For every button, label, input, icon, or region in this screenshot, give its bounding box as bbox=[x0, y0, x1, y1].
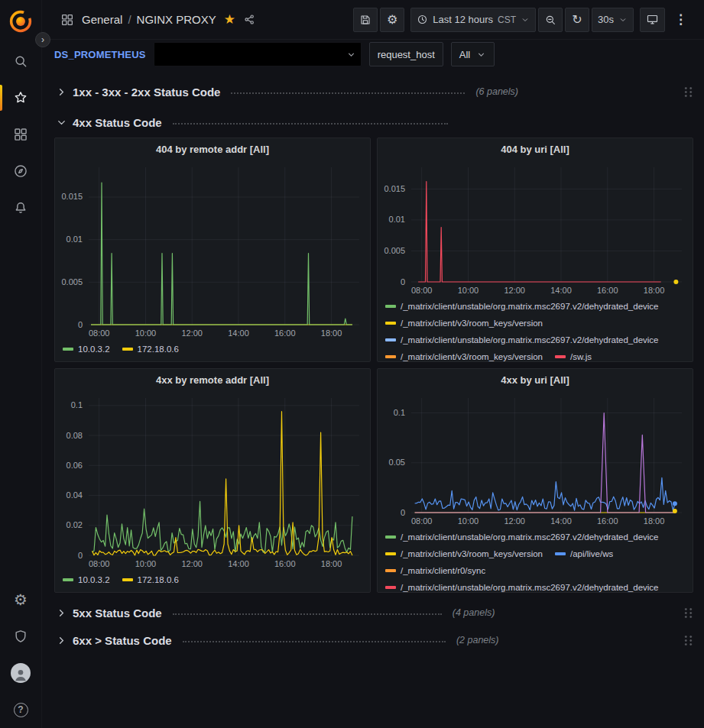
svg-text:0.015: 0.015 bbox=[384, 184, 405, 193]
dashboard-submenu: DS_PROMETHEUS request_host All bbox=[42, 40, 704, 69]
refresh-interval-label: 30s bbox=[598, 14, 614, 25]
zoom-out-time-button[interactable] bbox=[538, 8, 563, 32]
sidebar-item-explore[interactable] bbox=[0, 153, 42, 189]
share-icon[interactable] bbox=[243, 13, 256, 26]
sidebar: ⚙ ? bbox=[0, 0, 42, 728]
kebab-menu-button[interactable]: ⋮ bbox=[668, 8, 693, 32]
svg-text:18:00: 18:00 bbox=[644, 516, 665, 526]
legend-item[interactable]: 172.18.0.6 bbox=[122, 572, 179, 587]
sidebar-item-search[interactable] bbox=[0, 43, 42, 79]
svg-text:0.1: 0.1 bbox=[71, 400, 83, 409]
panel-legend: 10.0.3.2172.18.0.6 bbox=[55, 340, 370, 361]
row-header-1xx-3xx-2xx[interactable]: 1xx - 3xx - 2xx Status Code (6 panels) bbox=[54, 81, 693, 102]
chevron-down-icon bbox=[521, 15, 530, 24]
row-header-4xx[interactable]: 4xx Status Code bbox=[54, 112, 693, 133]
time-series-chart[interactable]: 08:0010:0012:0014:0016:0018:0000.050.1 bbox=[378, 390, 693, 528]
row-dotted-leader bbox=[173, 613, 442, 615]
time-series-chart[interactable]: 08:0010:0012:0014:0016:0018:0000.020.040… bbox=[55, 390, 370, 571]
row-panel-count: (2 panels) bbox=[456, 635, 499, 645]
dashboard-canvas: 1xx - 3xx - 2xx Status Code (6 panels) 4… bbox=[42, 69, 704, 651]
row-drag-handle[interactable] bbox=[683, 86, 693, 98]
refresh-interval-dropdown[interactable]: 30s bbox=[592, 8, 634, 32]
sidebar-nav-bottom: ⚙ ? bbox=[0, 581, 42, 728]
sidebar-item-starred[interactable] bbox=[0, 79, 42, 116]
refresh-button[interactable]: ↻ bbox=[565, 8, 589, 32]
panel-title[interactable]: 404 by uri [All] bbox=[378, 138, 693, 160]
legend-item[interactable]: /api/live/ws bbox=[555, 546, 613, 561]
legend-swatch-icon bbox=[555, 552, 566, 555]
dashboard-settings-button[interactable]: ⚙ bbox=[380, 8, 404, 32]
legend-item[interactable]: 172.18.0.6 bbox=[122, 341, 179, 357]
legend-item[interactable]: /_matrix/client/v3/room_keys/version bbox=[385, 546, 543, 561]
legend-item[interactable]: /sw.js bbox=[555, 349, 592, 361]
legend-item[interactable]: /_matrix/client/unstable/org.matrix.msc2… bbox=[385, 529, 659, 545]
favorite-star-icon[interactable]: ★ bbox=[224, 13, 235, 26]
svg-text:18:00: 18:00 bbox=[321, 328, 342, 338]
svg-text:10:00: 10:00 bbox=[458, 516, 479, 526]
panel-404-by-uri: 404 by uri [All] 08:0010:0012:0014:0016:… bbox=[377, 138, 693, 362]
legend-label: /_matrix/client/v3/room_keys/version bbox=[401, 349, 543, 361]
time-series-chart[interactable]: 08:0010:0012:0014:0016:0018:0000.0050.01… bbox=[55, 160, 370, 340]
user-avatar bbox=[11, 663, 31, 683]
legend-swatch-icon bbox=[385, 552, 396, 555]
row-header-6xx[interactable]: 6xx > Status Code (2 panels) bbox=[54, 629, 693, 651]
chevron-right-icon bbox=[54, 607, 68, 619]
row-header-5xx[interactable]: 5xx Status Code (4 panels) bbox=[54, 602, 693, 623]
legend-swatch-icon bbox=[385, 535, 396, 539]
row-dotted-leader bbox=[173, 123, 448, 125]
svg-text:14:00: 14:00 bbox=[550, 286, 572, 295]
svg-text:12:00: 12:00 bbox=[181, 328, 203, 338]
datasource-variable-label[interactable]: DS_PROMETHEUS bbox=[54, 49, 146, 60]
panel-title[interactable]: 404 by remote addr [All] bbox=[55, 138, 370, 160]
breadcrumb-separator: / bbox=[128, 13, 131, 26]
sidebar-item-alerting[interactable] bbox=[0, 189, 42, 226]
legend-swatch-icon bbox=[385, 322, 396, 325]
row-drag-handle[interactable] bbox=[683, 607, 693, 619]
sidebar-item-profile[interactable] bbox=[0, 655, 42, 691]
legend-item[interactable]: 10.0.3.2 bbox=[63, 341, 110, 357]
sidebar-item-configuration[interactable]: ⚙ bbox=[0, 581, 42, 618]
sidebar-nav-top bbox=[0, 43, 42, 226]
sidebar-item-server-admin[interactable] bbox=[0, 618, 42, 655]
svg-text:08:00: 08:00 bbox=[411, 516, 433, 526]
svg-text:0: 0 bbox=[78, 551, 83, 560]
variable-value-dropdown[interactable]: All bbox=[451, 42, 495, 66]
save-dashboard-button[interactable] bbox=[353, 8, 378, 32]
legend-label: 172.18.0.6 bbox=[138, 341, 179, 357]
time-series-chart[interactable]: 08:0010:0012:0014:0016:0018:0000.0050.01… bbox=[378, 160, 693, 297]
sidebar-item-help[interactable]: ? bbox=[0, 691, 42, 728]
legend-item[interactable]: /_matrix/client/v3/room_keys/version bbox=[385, 315, 543, 331]
legend-item[interactable]: /_matrix/client/v3/room_keys/version bbox=[385, 349, 543, 361]
shield-icon bbox=[13, 629, 28, 644]
panel-title[interactable]: 4xx by remote addr [All] bbox=[55, 369, 370, 390]
legend-label: /_matrix/client/v3/room_keys/version bbox=[401, 315, 543, 331]
breadcrumb-dashboard-title[interactable]: NGINX PROXY bbox=[137, 13, 216, 26]
sidebar-expand-toggle[interactable]: › bbox=[35, 32, 50, 47]
chevron-right-icon bbox=[54, 635, 68, 646]
datasource-select[interactable] bbox=[154, 42, 362, 66]
svg-text:12:00: 12:00 bbox=[504, 516, 525, 526]
time-range-picker[interactable]: Last 12 hours CST bbox=[410, 8, 536, 32]
legend-item[interactable]: /_matrix/client/r0/sync bbox=[385, 563, 485, 578]
legend-item[interactable]: /_matrix/client/unstable/org.matrix.msc2… bbox=[385, 299, 659, 314]
svg-text:18:00: 18:00 bbox=[644, 286, 665, 295]
panel-legend: /_matrix/client/unstable/org.matrix.msc2… bbox=[378, 528, 693, 592]
dashboard-toolbar: ⚙ Last 12 hours CST ↻ 30 bbox=[347, 8, 693, 32]
monitor-icon bbox=[646, 13, 659, 26]
svg-text:0.005: 0.005 bbox=[384, 246, 405, 255]
chevron-down-icon bbox=[346, 50, 356, 60]
legend-item[interactable]: /_matrix/client/unstable/org.matrix.msc2… bbox=[385, 580, 659, 592]
row-drag-handle[interactable] bbox=[683, 635, 693, 646]
panel-title[interactable]: 4xx by uri [All] bbox=[378, 369, 693, 390]
refresh-icon: ↻ bbox=[572, 14, 582, 26]
sidebar-item-dashboards[interactable] bbox=[0, 116, 42, 153]
svg-text:14:00: 14:00 bbox=[228, 559, 249, 568]
svg-text:10:00: 10:00 bbox=[135, 328, 157, 338]
cycle-view-mode-button[interactable] bbox=[640, 8, 665, 32]
svg-text:16:00: 16:00 bbox=[597, 516, 618, 526]
breadcrumb-folder[interactable]: General bbox=[82, 13, 122, 26]
legend-item[interactable]: 10.0.3.2 bbox=[63, 572, 110, 587]
svg-text:08:00: 08:00 bbox=[411, 286, 433, 295]
variable-label-request-host: request_host bbox=[369, 42, 443, 66]
legend-item[interactable]: /_matrix/client/unstable/org.matrix.msc2… bbox=[385, 332, 659, 348]
